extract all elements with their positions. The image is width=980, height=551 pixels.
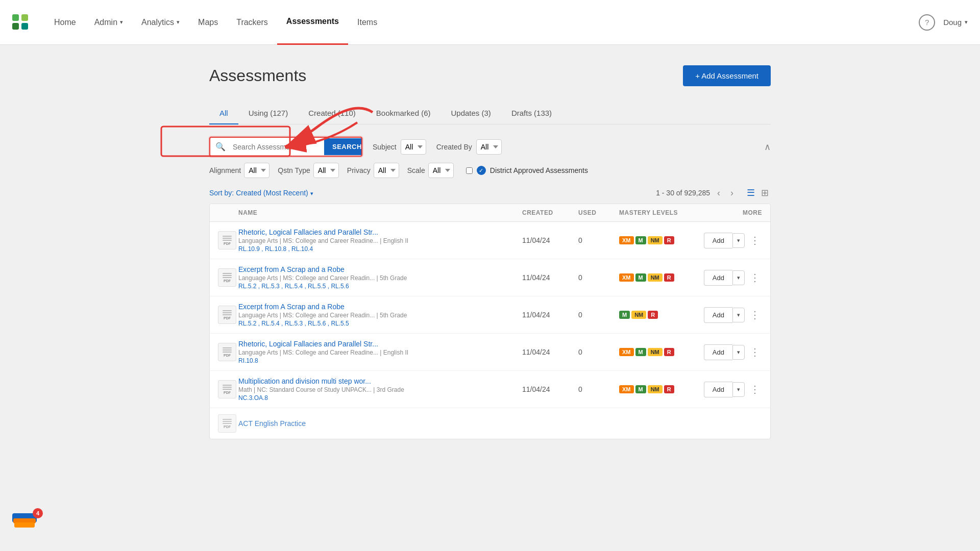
logo-dot-4 (21, 23, 28, 30)
nav-trackers[interactable]: Trackers (227, 0, 277, 45)
item-name-link[interactable]: Excerpt from A Scrap and a Robe (238, 265, 412, 273)
more-options-button[interactable]: ⋮ (748, 382, 762, 396)
add-caret-button[interactable]: ▾ (732, 233, 745, 248)
sort-label: Sort by: (209, 189, 234, 197)
search-row: 🔍 SEARCH Subject All Created By All ∧ (209, 137, 771, 157)
item-info: Multiplication and division multi step w… (238, 377, 522, 402)
item-name-link[interactable]: Multiplication and division multi step w… (238, 377, 412, 385)
more-options-button[interactable]: ⋮ (748, 270, 762, 285)
tab-updates[interactable]: Updates (3) (441, 103, 501, 124)
mastery-r-badge: R (648, 311, 658, 319)
filter-row: Alignment All Qstn Type All Privacy All (209, 163, 771, 178)
item-name-link[interactable]: ACT English Practice (238, 419, 412, 428)
cell-more: Add ▾ ⋮ (701, 233, 762, 248)
item-tags[interactable]: RI.10.8 (238, 357, 522, 364)
mastery-m-badge: M (619, 311, 630, 319)
mastery-levels: M NM R (619, 311, 701, 319)
mastery-nm-badge: NM (648, 348, 663, 356)
sort-value[interactable]: Created (Most Recent) (236, 189, 308, 197)
view-toggle: ☰ ⊞ (745, 186, 771, 199)
help-button[interactable]: ? (919, 14, 935, 31)
item-tags[interactable]: RL.5.2 , RL.5.3 , RL.5.4 , RL.5.5 , RL.5… (238, 283, 522, 290)
subject-filter-group: Subject All (373, 139, 426, 155)
more-options-button[interactable]: ⋮ (748, 308, 762, 322)
logo[interactable] (12, 14, 29, 31)
nav-assessments[interactable]: Assessments (277, 0, 348, 45)
tab-using[interactable]: Using (127) (238, 103, 299, 124)
search-input[interactable] (231, 139, 324, 155)
user-name: Doug (943, 18, 962, 27)
item-meta: Math | NC: Standard Course of Study UNPA… (238, 386, 412, 393)
badge-container: 4 (12, 508, 43, 539)
col-name: NAME (238, 209, 522, 216)
page-title: Assessments (209, 66, 306, 85)
add-assessment-button[interactable]: + Add Assessment (683, 65, 771, 86)
district-approved-filter: ✓ District Approved Assessments (466, 166, 588, 175)
page-header: Assessments + Add Assessment (209, 65, 771, 86)
nav-home[interactable]: Home (45, 0, 85, 45)
item-name-link[interactable]: Rhetoric, Logical Fallacies and Parallel… (238, 340, 412, 348)
bottom-badge[interactable]: 4 (12, 508, 43, 539)
add-caret-button[interactable]: ▾ (732, 270, 745, 285)
tab-all[interactable]: All (209, 103, 238, 124)
add-main-button[interactable]: Add (704, 307, 732, 323)
cell-more: Add ▾ ⋮ (701, 382, 762, 397)
subject-label: Subject (373, 143, 397, 151)
item-info: Rhetoric, Logical Fallacies and Parallel… (238, 228, 522, 253)
add-dropdown: Add ▾ (704, 382, 745, 397)
nav-analytics[interactable]: Analytics ▾ (132, 0, 189, 45)
grid-view-button[interactable]: ⊞ (759, 186, 771, 199)
item-info: Excerpt from A Scrap and a Robe Language… (238, 265, 522, 290)
list-view-button[interactable]: ☰ (745, 186, 757, 199)
district-approved-checkbox[interactable] (466, 167, 473, 174)
item-info: Rhetoric, Logical Fallacies and Parallel… (238, 340, 522, 364)
logo-dot-3 (12, 23, 19, 30)
scale-select[interactable]: All (428, 163, 454, 178)
prev-page-button[interactable]: ‹ (714, 187, 723, 199)
more-options-button[interactable]: ⋮ (748, 233, 762, 247)
privacy-select[interactable]: All (374, 163, 399, 178)
collapse-filters-button[interactable]: ∧ (764, 141, 771, 153)
add-main-button[interactable]: Add (704, 382, 732, 397)
table-row: PDF ACT English Practice (210, 408, 770, 439)
item-tags[interactable]: RL.5.2 , RL.5.4 , RL.5.3 , RL.5.6 , RL.5… (238, 320, 522, 327)
scale-label: Scale (407, 166, 425, 174)
alignment-label: Alignment (209, 166, 241, 174)
tab-drafts[interactable]: Drafts (133) (501, 103, 562, 124)
add-main-button[interactable]: Add (704, 344, 732, 360)
add-caret-button[interactable]: ▾ (732, 345, 745, 360)
more-options-button[interactable]: ⋮ (748, 345, 762, 359)
item-tags[interactable]: RL.10.9 , RL.10.8 , RL.10.4 (238, 245, 522, 253)
item-name-link[interactable]: Excerpt from A Scrap and a Robe (238, 303, 412, 311)
nav-maps[interactable]: Maps (189, 0, 227, 45)
mastery-xm-badge: XM (619, 273, 634, 282)
qstn-type-select[interactable]: All (313, 163, 339, 178)
search-button[interactable]: SEARCH (324, 138, 362, 155)
next-page-button[interactable]: › (727, 187, 737, 199)
assessments-table: NAME CREATED USED MASTERY LEVELS MORE PD… (209, 204, 771, 439)
sort-pagination-bar: Sort by: Created (Most Recent) ▾ 1 - 30 … (209, 186, 771, 199)
item-tags[interactable]: NC.3.OA.8 (238, 394, 522, 402)
mastery-levels: XM M NM R (619, 236, 701, 244)
add-main-button[interactable]: Add (704, 233, 732, 248)
col-created: CREATED (522, 209, 578, 216)
nav-admin[interactable]: Admin ▾ (85, 0, 132, 45)
item-used-count: 0 (578, 348, 619, 356)
subject-select[interactable]: All (401, 139, 426, 155)
add-caret-button[interactable]: ▾ (732, 382, 745, 397)
item-name-link[interactable]: Rhetoric, Logical Fallacies and Parallel… (238, 228, 412, 236)
alignment-select[interactable]: All (244, 163, 270, 178)
item-created-date: 11/04/24 (522, 348, 578, 356)
analytics-chevron-icon: ▾ (177, 19, 180, 26)
add-main-button[interactable]: Add (704, 270, 732, 286)
tab-created[interactable]: Created (110) (298, 103, 366, 124)
user-menu[interactable]: Doug ▾ (943, 18, 968, 27)
created-by-select[interactable]: All (476, 139, 502, 155)
badge-notification-count: 4 (33, 508, 43, 518)
table-row: PDF Multiplication and division multi st… (210, 371, 770, 408)
mastery-m-badge: M (635, 273, 646, 282)
tab-bookmarked[interactable]: Bookmarked (6) (366, 103, 441, 124)
add-caret-button[interactable]: ▾ (732, 308, 745, 322)
nav-items[interactable]: Items (348, 0, 386, 45)
search-filter-area: 🔍 SEARCH Subject All Created By All ∧ (209, 137, 771, 178)
